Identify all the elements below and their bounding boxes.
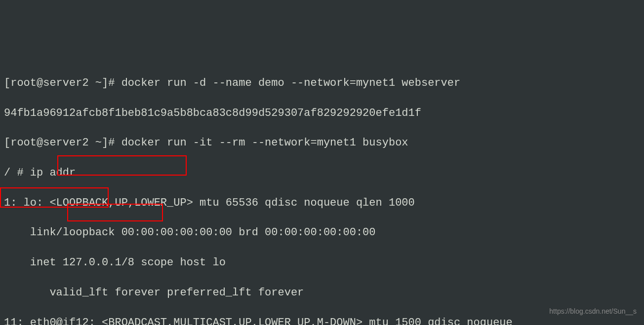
terminal-line: [root@server2 ~]# docker run -it --rm --…	[4, 136, 640, 150]
watermark: https://blog.csdn.net/Sun__s	[549, 307, 637, 316]
terminal-line: valid_lft forever preferred_lft forever	[4, 286, 640, 300]
terminal-line: / # ip addr	[4, 166, 640, 181]
terminal-line: link/loopback 00:00:00:00:00:00 brd 00:0…	[4, 225, 640, 240]
terminal-line: [root@server2 ~]# docker run -d --name d…	[4, 76, 640, 91]
terminal-line: 11: eth0@if12: <BROADCAST,MULTICAST,UP,L…	[4, 316, 640, 325]
terminal-line: 94fb1a96912afcb8f1beb81c9a5b8bca83c8d99d…	[4, 106, 640, 121]
terminal-line: inet 127.0.0.1/8 scope host lo	[4, 255, 640, 270]
terminal-output[interactable]: [root@server2 ~]# docker run -d --name d…	[4, 61, 640, 325]
terminal-line: 1: lo: <LOOPBACK,UP,LOWER_UP> mtu 65536 …	[4, 196, 640, 211]
